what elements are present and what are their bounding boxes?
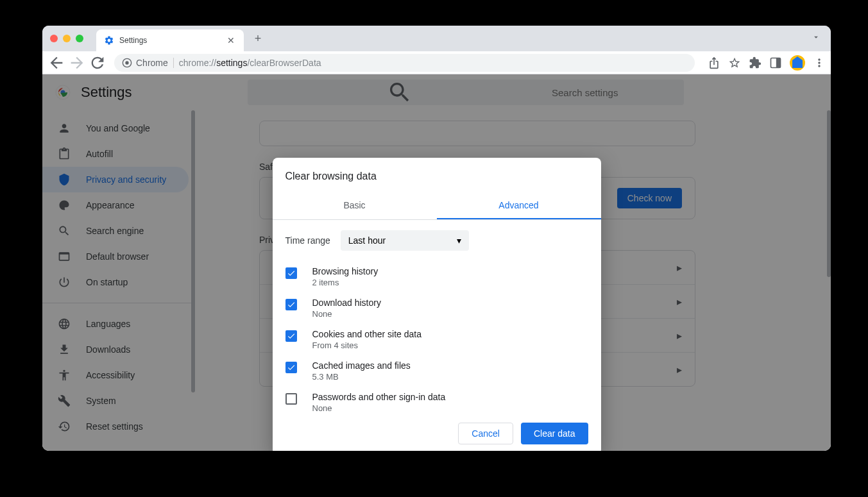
dialog-body: Time range Last hour ▾ Browsing history2… [273,220,601,412]
reload-button[interactable] [89,54,106,72]
check-subtitle: 5.3 MB [312,372,588,382]
tab-bar: Settings ✕ + [42,26,831,51]
dialog-footer: Cancel Clear data [273,412,601,451]
forward-button[interactable] [68,54,86,72]
time-range-value: Last hour [348,235,386,246]
tab-basic[interactable]: Basic [273,192,437,219]
checkbox[interactable] [285,330,297,342]
svg-point-1 [125,61,128,64]
check-row: Download historyNone [285,292,588,324]
clear-browsing-data-dialog: Clear browsing data Basic Advanced Time … [273,158,601,451]
minimize-window-button[interactable] [63,35,71,42]
time-range-select[interactable]: Last hour ▾ [341,230,469,251]
tab-title: Settings [119,36,221,45]
check-title: Passwords and other sign-in data [312,392,588,402]
new-tab-button[interactable]: + [249,29,267,47]
toolbar: Chrome chrome://settings/clearBrowserDat… [42,51,831,74]
settings-icon [104,35,114,46]
checkbox[interactable] [285,393,297,405]
back-button[interactable] [47,54,65,72]
check-row: Passwords and other sign-in dataNone [285,387,588,412]
share-icon[interactable] [708,56,720,69]
clear-data-button[interactable]: Clear data [521,423,588,444]
tab-advanced[interactable]: Advanced [437,192,601,219]
menu-icon[interactable] [813,56,826,69]
bookmark-icon[interactable] [728,56,741,69]
extensions-icon[interactable] [749,56,762,69]
close-window-button[interactable] [50,35,58,42]
profile-button[interactable] [790,55,805,71]
toolbar-actions [708,55,826,71]
url-scheme-label: Chrome [136,58,168,68]
close-tab-button[interactable]: ✕ [226,35,236,46]
check-title: Download history [312,298,588,308]
tab-overflow-button[interactable] [812,33,821,44]
checkbox[interactable] [285,299,297,310]
content-area: Settings You and Google Autofill [42,74,831,451]
dialog-title: Clear browsing data [273,158,601,192]
check-subtitle: 2 items [312,278,588,287]
dropdown-arrow-icon: ▾ [457,235,461,246]
site-info[interactable]: Chrome [122,58,174,68]
dialog-tabs: Basic Advanced [273,192,601,220]
check-title: Cookies and other site data [312,329,588,339]
check-title: Cached images and files [312,360,588,371]
browser-window: Settings ✕ + Chrome chrome://settings/cl… [42,26,831,451]
check-row: Cookies and other site dataFrom 4 sites [285,324,588,355]
window-controls [50,35,83,42]
check-subtitle: None [312,309,588,319]
check-row: Browsing history2 items [285,261,588,292]
browser-tab[interactable]: Settings ✕ [96,29,244,51]
check-title: Browsing history [312,266,588,276]
check-row: Cached images and files5.3 MB [285,355,588,387]
sidepanel-icon[interactable] [769,56,782,69]
svg-rect-3 [776,58,781,67]
check-subtitle: None [312,403,588,412]
time-range-label: Time range [285,235,330,246]
url-display: chrome://settings/clearBrowserData [179,58,321,68]
address-bar[interactable]: Chrome chrome://settings/clearBrowserDat… [114,54,695,72]
checkbox[interactable] [285,267,297,279]
time-range-row: Time range Last hour ▾ [285,230,588,251]
maximize-window-button[interactable] [76,35,83,42]
check-subtitle: From 4 sites [312,341,588,350]
cancel-button[interactable]: Cancel [458,423,513,444]
checkbox[interactable] [285,362,297,373]
